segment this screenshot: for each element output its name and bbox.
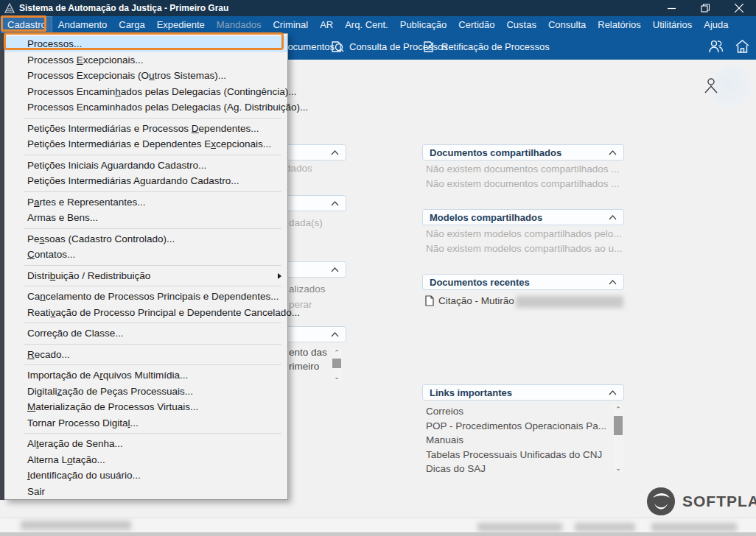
toolbar-label: Retificação de Processos xyxy=(441,41,550,52)
menu-item-cancelamento-de-processos-principais-e-dependentes[interactable]: Cancelamento de Processos Principais e D… xyxy=(4,289,287,305)
menu-item-sair[interactable]: Sair xyxy=(4,484,287,500)
menu-separator xyxy=(24,155,281,155)
menu-item-processos-excepcionais[interactable]: Processos Excepcionais... xyxy=(4,52,287,68)
left-panel-text-fragment: dados xyxy=(285,163,312,174)
menu-item-peticoes-intermediarias-aguardando-cadastro[interactable]: Petições Intermediárias Aguardando Cadas… xyxy=(4,173,287,189)
scroll-down-icon[interactable]: ⌄ xyxy=(332,373,342,381)
panel-header-documentos-compartilhados[interactable]: Documentos compartilhados xyxy=(422,144,624,161)
menu-item-alterna-lotacao[interactable]: Alterna Lotação... xyxy=(4,452,287,468)
menu-item-peticoes-iniciais-aguardando-cadastro[interactable]: Petições Iniciais Aguardando Cadastro... xyxy=(4,158,287,174)
link-item-manuais[interactable]: Manuais xyxy=(426,433,610,448)
menu-item-peticoes-intermediarias-e-dependentes-excepcionais[interactable]: Petições Intermediárias e Dependentes Ex… xyxy=(4,136,287,152)
menu-item-alteracao-de-senha[interactable]: Alteração de Senha... xyxy=(4,436,287,452)
links-scrollbar[interactable]: ⌃ ⌄ xyxy=(613,405,623,473)
window-title: Sistema de Automação da Justiça - Primei… xyxy=(19,3,228,13)
toolbar-users-button[interactable] xyxy=(707,33,724,60)
menubar-item-ar[interactable]: AR xyxy=(315,17,338,32)
chevron-up-icon[interactable] xyxy=(609,390,617,395)
menubar-item-publicacao[interactable]: Publicação xyxy=(395,17,452,32)
menu-item-armas-e-bens[interactable]: Armas e Bens... xyxy=(4,210,287,226)
chevron-up-icon[interactable] xyxy=(609,150,617,155)
menu-item-identificacao-do-usuario[interactable]: Identificação do usuário... xyxy=(4,468,287,484)
link-item-dicas-do-saj[interactable]: Dicas do SAJ xyxy=(426,462,610,476)
scrollbar-thumb[interactable] xyxy=(614,416,623,435)
softplan-icon xyxy=(645,486,676,517)
redacted-status-text xyxy=(651,523,737,532)
menu-item-partes-e-representantes[interactable]: Partes e Representantes... xyxy=(4,194,287,211)
link-item-pop-procedimentos-operacionais-pa[interactable]: POP - Procedimentos Operacionais Pa... xyxy=(426,419,610,434)
menu-item-importacao-de-arquivos-multimidia[interactable]: Importação de Arquivos Multimídia... xyxy=(4,367,287,384)
chevron-up-icon[interactable] xyxy=(331,332,339,337)
panel-header-links-importantes[interactable]: Links importantes xyxy=(422,384,624,401)
users-icon xyxy=(707,39,724,54)
menu-item-processos[interactable]: Processos... xyxy=(4,36,287,52)
left-panel-scrollbar[interactable]: ⌃ ⌄ xyxy=(332,348,342,381)
menubar-item-consulta[interactable]: Consulta xyxy=(543,17,591,32)
menubar-item-mandados: Mandados xyxy=(211,17,267,32)
left-panel-text-fragment: alizados xyxy=(289,283,326,295)
scrollbar-thumb[interactable] xyxy=(332,359,341,368)
links-list: CorreiosPOP - Procedimentos Operacionais… xyxy=(426,404,610,476)
search-document-icon xyxy=(331,40,344,54)
menubar-item-andamento[interactable]: Andamento xyxy=(53,17,113,32)
menu-separator xyxy=(24,265,281,266)
left-panel-text-fragment: rimeiro xyxy=(289,361,319,372)
menu-item-processos-excepcionais-outros-sistemas[interactable]: Processos Excepcionais (Outros Sistemas)… xyxy=(4,68,287,84)
menubar-item-carga[interactable]: Carga xyxy=(113,17,150,32)
menubar-item-certidao[interactable]: Certidão xyxy=(453,17,500,32)
menu-item-digitalizacao-de-pecas-processuais[interactable]: Digitalização de Peças Processuais... xyxy=(4,384,287,400)
redacted-status-text xyxy=(575,523,635,532)
menubar-item-arq-cent[interactable]: Arq. Cent. xyxy=(340,17,393,32)
menu-item-materializacao-de-processos-virtuais[interactable]: Materialização de Processos Virtuais... xyxy=(4,399,287,415)
panel-title: Documentos recentes xyxy=(430,277,530,288)
menu-item-correcao-de-classe[interactable]: Correção de Classe... xyxy=(4,325,287,342)
chevron-up-icon[interactable] xyxy=(331,201,339,206)
menubar-item-expediente[interactable]: Expediente xyxy=(152,17,210,32)
document-icon xyxy=(425,295,434,306)
placeholder-text: Não existem documentos compartilhados ..… xyxy=(426,178,625,189)
panel-title: Links importantes xyxy=(430,387,512,398)
menubar-item-ajuda[interactable]: Ajuda xyxy=(699,17,733,32)
left-panel-text-fragment: ento das xyxy=(289,347,327,358)
link-item-tabelas-processuais-unificadas-do-cnj[interactable]: Tabelas Processuais Unificadas do CNJ xyxy=(426,448,610,462)
menu-separator xyxy=(24,433,281,434)
toolbar-home-button[interactable] xyxy=(735,33,750,60)
scroll-up-icon[interactable]: ⌃ xyxy=(613,405,623,414)
cadastro-dropdown-menu: Processos...Processos Excepcionais...Pro… xyxy=(4,33,288,500)
menu-item-processos-encaminhados-pelas-delegacias-ag-distribuicao[interactable]: Processos Encaminhados pelas Delegacias … xyxy=(4,99,287,116)
chevron-up-icon[interactable] xyxy=(331,150,339,155)
link-item-correios[interactable]: Correios xyxy=(426,404,610,419)
menu-item-peticoes-intermediarias-e-processos-dependentes[interactable]: Petições Intermediárias e Processos Depe… xyxy=(4,121,287,137)
menubar-item-cadastro[interactable]: Cadastro xyxy=(2,17,52,32)
menu-item-distribuicao-redistribuicao[interactable]: Distribuição / Redistribuição xyxy=(4,268,287,284)
chevron-up-icon[interactable] xyxy=(609,215,617,220)
chevron-up-icon[interactable] xyxy=(331,267,339,272)
recent-document-item[interactable]: Citação - Mutirão xyxy=(425,295,514,306)
restore-button[interactable] xyxy=(688,0,722,16)
menu-separator xyxy=(24,118,281,119)
menubar-item-criminal[interactable]: Criminal xyxy=(267,17,313,32)
recent-document-label: Citação - Mutirão xyxy=(438,295,514,306)
menubar-item-custas[interactable]: Custas xyxy=(501,17,541,32)
menu-item-processos-encaminhados-pelas-delegacias-contingencia[interactable]: Processos Encaminhados pelas Delegacias … xyxy=(4,84,287,100)
menubar-item-utilitarios[interactable]: Utilitários xyxy=(648,17,697,32)
scroll-down-icon[interactable]: ⌄ xyxy=(613,464,623,473)
menu-item-contatos[interactable]: Contatos... xyxy=(4,247,287,263)
close-button[interactable] xyxy=(722,0,756,16)
menu-item-reativacao-de-processo-principal-e-dependente-cancelado[interactable]: Reativação de Processo Principal e Depen… xyxy=(4,305,287,321)
softplan-wordmark: SOFTPLAN xyxy=(682,493,756,510)
home-icon xyxy=(735,39,750,54)
app-window: dados dada(s) alizados perar ento das ri… xyxy=(0,0,756,536)
menubar-item-relatorios[interactable]: Relatórios xyxy=(592,17,646,32)
panel-header-documentos-recentes[interactable]: Documentos recentes xyxy=(422,274,624,290)
menu-item-pessoas-cadastro-controlado[interactable]: Pessoas (Cadastro Controlado)... xyxy=(4,231,287,247)
menu-item-recado[interactable]: Recado... xyxy=(4,347,287,363)
menu-item-tornar-processo-digital[interactable]: Tornar Processo Digital... xyxy=(4,415,287,431)
minimize-button[interactable] xyxy=(654,0,688,16)
scroll-up-icon[interactable]: ⌃ xyxy=(332,348,342,357)
chevron-up-icon[interactable] xyxy=(609,280,617,285)
panel-header-modelos-compartilhados[interactable]: Modelos compartilhados xyxy=(422,209,624,225)
placeholder-text: Não existem modelos compartilhados pelo.… xyxy=(426,228,625,239)
menu-separator xyxy=(24,286,281,286)
toolbar-retificacao-processos-button[interactable]: Retificação de Processos xyxy=(423,33,550,60)
